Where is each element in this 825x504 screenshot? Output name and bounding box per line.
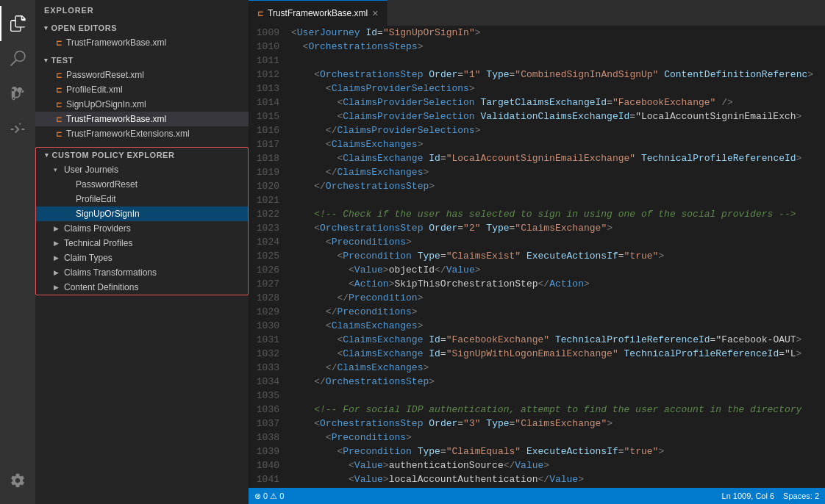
editor-content: 1009101010111012101310141015101610171018…	[249, 26, 825, 488]
search-icon[interactable]	[0, 41, 35, 76]
status-bar: ⊗ 0 ⚠ 0 Ln 1009, Col 6 Spaces: 2	[249, 488, 825, 504]
xml-icon: ⊏	[56, 101, 62, 109]
file-signuporsignin[interactable]: ⊏ SignUpOrSignIn.xml	[35, 97, 249, 112]
warning-count: 0	[279, 492, 284, 500]
settings-icon[interactable]	[0, 463, 35, 498]
sidebar-title: EXPLORER	[35, 0, 249, 21]
claims-transformations-label: Claims Transformations	[64, 267, 157, 278]
tree-claims-transformations[interactable]: ▶ Claims Transformations	[36, 265, 248, 280]
tree-signuporsignin[interactable]: SignUpOrSignIn	[36, 206, 248, 221]
open-editors-arrow: ▾	[44, 24, 49, 32]
xml-icon: ⊏	[56, 115, 62, 123]
filename: TrustFrameworkExtensions.xml	[66, 129, 190, 139]
tree-content-definitions[interactable]: ▶ Content Definitions	[36, 280, 248, 295]
xml-icon: ⊏	[56, 71, 62, 79]
tab-bar: ⊏ TrustFrameworkBase.xml ×	[249, 0, 825, 26]
error-icon: ⊗	[254, 492, 261, 501]
passwordreset-label: PasswordReset	[76, 179, 138, 190]
profileedit-label: ProfileEdit	[76, 194, 116, 204]
filename: TrustFrameworkBase.xml	[66, 114, 166, 124]
xml-icon: ⊏	[56, 39, 62, 47]
test-section: ▾ TEST ⊏ PasswordReset.xml ⊏ ProfileEdit…	[35, 50, 249, 141]
open-editors-header[interactable]: ▾ OPEN EDITORS	[35, 21, 249, 35]
technical-profiles-label: Technical Profiles	[64, 238, 132, 248]
custom-policy-label: CUSTOM POLICY EXPLORER	[52, 151, 175, 159]
tree-arrow-icon: ▶	[54, 269, 64, 276]
status-errors[interactable]: ⊗ 0 ⚠ 0	[254, 492, 284, 501]
tree-arrow-icon: ▶	[54, 254, 64, 262]
tree-claim-types[interactable]: ▶ Claim Types	[36, 251, 248, 265]
open-editor-file-trustframeworkbase[interactable]: ⊏ TrustFrameworkBase.xml	[35, 35, 249, 50]
filename: ProfileEdit.xml	[66, 84, 123, 95]
tree-passwordreset[interactable]: PasswordReset	[36, 177, 248, 192]
code-area[interactable]: <UserJourney Id="SignUpOrSignIn"> <Orche…	[285, 26, 825, 488]
xml-icon: ⊏	[56, 130, 62, 138]
tab-label: TrustFrameworkBase.xml	[268, 8, 368, 18]
tree-profileedit[interactable]: ProfileEdit	[36, 192, 248, 206]
claims-providers-label: Claims Providers	[64, 223, 131, 234]
error-count: 0	[263, 492, 268, 500]
open-editors-section: ▾ OPEN EDITORS ⊏ TrustFrameworkBase.xml	[35, 21, 249, 50]
source-control-icon[interactable]	[0, 76, 35, 112]
xml-icon: ⊏	[56, 86, 62, 94]
content-definitions-label: Content Definitions	[64, 282, 138, 292]
test-section-header[interactable]: ▾ TEST	[35, 53, 249, 68]
custom-policy-explorer: ▾ CUSTOM POLICY EXPLORER ▾ User Journeis…	[35, 147, 249, 295]
cursor-position: Ln 1009, Col 6	[722, 492, 775, 500]
tab-trustframeworkbase[interactable]: ⊏ TrustFrameworkBase.xml ×	[249, 0, 388, 26]
activity-bar	[0, 0, 35, 504]
filename: PasswordReset.xml	[66, 70, 144, 80]
user-journeis-label: User Journeis	[64, 165, 118, 175]
file-passwordreset[interactable]: ⊏ PasswordReset.xml	[35, 68, 249, 82]
extensions-icon[interactable]	[0, 112, 35, 147]
status-bar-right: Ln 1009, Col 6 Spaces: 2	[722, 492, 819, 500]
test-arrow: ▾	[44, 57, 49, 64]
sidebar: EXPLORER ▾ OPEN EDITORS ⊏ TrustFramework…	[35, 0, 249, 504]
tab-close-icon[interactable]: ×	[372, 7, 378, 19]
file-trustframeworkextensions[interactable]: ⊏ TrustFrameworkExtensions.xml	[35, 126, 249, 141]
xml-tab-icon: ⊏	[257, 10, 263, 18]
editor-area: ⊏ TrustFrameworkBase.xml × 1009101010111…	[249, 0, 825, 504]
signuporsignin-label: SignUpOrSignIn	[76, 209, 140, 219]
tree-arrow-icon: ▶	[54, 225, 64, 232]
open-editor-filename: TrustFrameworkBase.xml	[66, 37, 166, 48]
tree-claims-providers[interactable]: ▶ Claims Providers	[36, 221, 248, 236]
filename: SignUpOrSignIn.xml	[66, 99, 146, 109]
test-label: TEST	[51, 56, 74, 65]
tree-arrow-icon: ▶	[54, 284, 64, 291]
custom-policy-arrow: ▾	[45, 151, 49, 159]
tree-technical-profiles[interactable]: ▶ Technical Profiles	[36, 236, 248, 251]
tree-user-journeis[interactable]: ▾ User Journeis	[36, 162, 248, 177]
custom-policy-header[interactable]: ▾ CUSTOM POLICY EXPLORER	[36, 148, 248, 162]
spaces-indicator: Spaces: 2	[783, 492, 819, 500]
file-profileedit[interactable]: ⊏ ProfileEdit.xml	[35, 82, 249, 97]
line-numbers: 1009101010111012101310141015101610171018…	[249, 26, 285, 488]
file-trustframeworkbase-highlighted[interactable]: ⊏ TrustFrameworkBase.xml	[35, 112, 249, 126]
tree-arrow-icon: ▾	[54, 166, 64, 173]
open-editors-label: OPEN EDITORS	[51, 24, 118, 32]
explorer-icon[interactable]	[0, 6, 35, 41]
warning-icon: ⚠	[270, 492, 277, 501]
tree-arrow-icon: ▶	[54, 240, 64, 247]
claim-types-label: Claim Types	[64, 253, 113, 263]
